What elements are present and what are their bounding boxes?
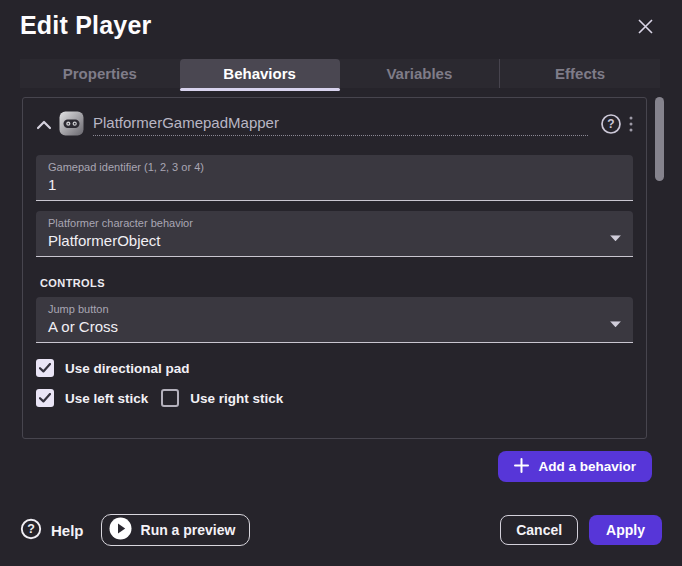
checkmark-icon <box>39 391 51 406</box>
behavior-name-field[interactable]: PlatformerGamepadMapper <box>93 114 588 136</box>
behavior-help-button[interactable]: ? <box>600 113 622 138</box>
apply-button[interactable]: Apply <box>589 515 662 545</box>
play-circle-icon <box>109 517 132 543</box>
help-button[interactable]: ? Help <box>20 518 84 543</box>
tab-behaviors[interactable]: Behaviors <box>180 59 340 88</box>
use-right-stick-checkbox[interactable] <box>161 389 179 407</box>
help-label: Help <box>51 522 84 539</box>
behavior-accordion-header: PlatformerGamepadMapper ? <box>36 111 633 139</box>
controls-section-label: CONTROLS <box>40 277 633 289</box>
tab-bar: Properties Behaviors Variables Effects <box>20 59 660 88</box>
tab-variables[interactable]: Variables <box>340 59 500 88</box>
chevron-up-icon <box>36 118 52 133</box>
dialog-footer: ? Help Run a preview Cancel Apply <box>20 514 662 546</box>
run-preview-button[interactable]: Run a preview <box>101 514 251 546</box>
svg-text:?: ? <box>27 522 35 536</box>
behavior-menu-button[interactable] <box>629 116 633 135</box>
close-button[interactable] <box>630 13 660 43</box>
plus-icon <box>514 458 529 476</box>
add-behavior-button[interactable]: Add a behavior <box>498 451 652 482</box>
use-left-stick-checkbox[interactable] <box>36 389 54 407</box>
gamepad-identifier-label: Gamepad identifier (1, 2, 3 or 4) <box>48 161 621 173</box>
dropdown-arrow-icon <box>610 227 621 245</box>
svg-text:?: ? <box>607 117 614 131</box>
checkmark-icon <box>39 361 51 376</box>
behaviors-list-panel: PlatformerGamepadMapper ? Gamepad ide <box>22 97 647 439</box>
checkbox-row-directional-pad: Use directional pad <box>36 359 633 377</box>
dropdown-arrow-icon <box>610 313 621 331</box>
collapse-behavior-button[interactable] <box>36 118 52 133</box>
gamepad-identifier-field[interactable]: Gamepad identifier (1, 2, 3 or 4) 1 <box>36 155 633 201</box>
use-left-stick-label: Use left stick <box>65 391 148 406</box>
edit-player-dialog: Edit Player Properties Behaviors Variabl… <box>0 0 682 566</box>
use-right-stick-label: Use right stick <box>190 391 283 406</box>
page-title: Edit Player <box>20 11 151 40</box>
gamepad-behavior-icon <box>59 111 84 140</box>
tab-effects[interactable]: Effects <box>499 59 660 88</box>
platformer-behavior-select[interactable]: Platformer character behavior Platformer… <box>36 211 633 257</box>
close-icon <box>636 17 655 39</box>
use-directional-pad-label: Use directional pad <box>65 361 190 376</box>
gamepad-identifier-value: 1 <box>48 176 621 193</box>
jump-button-value: A or Cross <box>48 318 621 335</box>
add-behavior-label: Add a behavior <box>538 459 636 474</box>
vertical-scrollbar[interactable] <box>655 97 664 181</box>
platformer-behavior-label: Platformer character behavior <box>48 217 621 229</box>
checkbox-row-sticks: Use left stick Use right stick <box>36 389 633 407</box>
jump-button-label: Jump button <box>48 303 621 315</box>
help-circle-icon: ? <box>600 113 622 138</box>
use-directional-pad-checkbox[interactable] <box>36 359 54 377</box>
tab-properties[interactable]: Properties <box>20 59 180 88</box>
run-preview-label: Run a preview <box>141 522 236 538</box>
kebab-menu-icon <box>629 116 633 135</box>
question-circle-icon: ? <box>20 518 42 543</box>
jump-button-select[interactable]: Jump button A or Cross <box>36 297 633 343</box>
platformer-behavior-value: PlatformerObject <box>48 232 621 249</box>
cancel-button[interactable]: Cancel <box>500 515 578 545</box>
